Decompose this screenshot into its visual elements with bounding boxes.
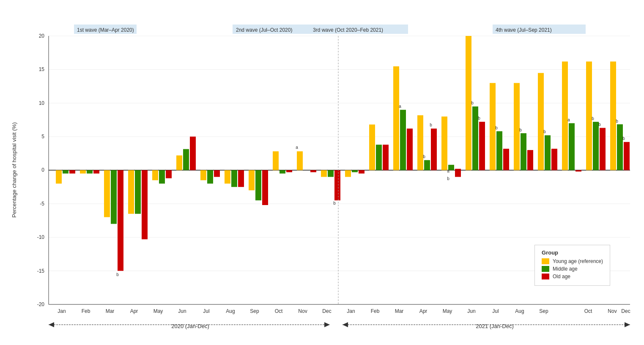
bar-2021-apr-old [431, 129, 437, 170]
xlabel-2020-dec: Dec [322, 308, 331, 314]
bar-2021-mar-old [407, 129, 413, 170]
legend-label-young: Young age (reference) [553, 258, 603, 264]
ann-2021-jun-old: b [478, 116, 480, 120]
xlabel-2020-jun: Jun [178, 308, 186, 314]
y-tick-n15: -15 [37, 268, 45, 274]
legend: Group Young age (reference) Middle age O… [534, 245, 610, 286]
bar-2020-jul-young [200, 170, 206, 181]
bar-2021-jul-old [503, 149, 509, 170]
xlabel-2021-nov: Nov [608, 308, 617, 314]
bar-2020-oct-middle [280, 170, 285, 174]
bar-2020-may-young [152, 170, 158, 181]
bar-2020-apr-young [128, 170, 134, 214]
xlabel-2020-may: May [153, 308, 163, 314]
bar-2020-mar-young [104, 170, 110, 217]
y-tick-0: 0 [41, 167, 44, 173]
ann-2021-mar-middle: a [399, 104, 401, 109]
bar-2020-jun-middle [183, 149, 189, 170]
arrow-2021-left [343, 322, 348, 327]
legend-title: Group [542, 249, 603, 256]
ann-2021-nov-old: b [598, 122, 601, 127]
bar-2020-jan-old [69, 170, 75, 174]
xlabel-2021-jun: Jun [467, 308, 475, 314]
bar-2020-feb-old [93, 170, 99, 174]
xlabel-2021-may: May [443, 308, 452, 314]
y-tick-5: 5 [41, 134, 44, 140]
year-label-2020: 2020 (Jan-Dec) [171, 323, 209, 329]
bar-2021-feb-old [383, 145, 389, 170]
bar-2020-apr-old [142, 170, 148, 240]
bar-2021-jan-young [345, 170, 351, 177]
bar-2020-feb-middle [87, 170, 93, 174]
legend-label-middle: Middle age [553, 266, 578, 272]
y-tick-15: 15 [39, 66, 45, 72]
bar-2021-sep-young [538, 73, 544, 170]
y-tick-n10: -10 [37, 234, 45, 240]
bar-2020-nov-young [297, 151, 303, 170]
arrow-2021-right [625, 322, 630, 327]
bar-2020-may-old [166, 170, 172, 178]
wave3-label: 3rd wave (Oct 2020–Feb 2021) [313, 27, 383, 33]
xlabel-2020-sep: Sep [250, 308, 259, 314]
legend-color-old [542, 274, 549, 279]
legend-color-middle [542, 266, 549, 272]
ann-2021-nov-middle: b [592, 116, 594, 121]
wave1-label: 1st wave (Mar–Apr 2020) [77, 27, 134, 33]
ann-2021-may-old: b [447, 176, 449, 181]
xlabel-2021-sep: Sep [539, 308, 548, 314]
bar-2021-aug-middle [521, 133, 526, 170]
bar-2021-jul-middle [496, 131, 502, 170]
bar-2021-aug-young [514, 83, 520, 170]
ann-2020-nov-young: a [296, 145, 298, 150]
bar-2021-dec-middle [617, 124, 623, 170]
bar-2020-sep-young [249, 170, 255, 191]
ann-2021-jul-middle: b [495, 126, 498, 130]
bar-2020-aug-young [225, 170, 230, 184]
xlabel-2021-apr: Apr [419, 308, 428, 314]
legend-item-middle: Middle age [542, 266, 603, 272]
legend-item-old: Old age [542, 274, 603, 279]
chart-inner: 1st wave (Mar–Apr 2020) 2nd wave (Jul–Oc… [8, 8, 636, 337]
bar-2021-apr-middle [424, 160, 430, 170]
bar-2020-may-middle [159, 170, 165, 184]
xlabel-2020-apr: Apr [130, 308, 138, 314]
bar-2020-sep-old [262, 170, 268, 205]
bar-2020-jun-old [190, 137, 196, 170]
legend-color-young [542, 258, 549, 264]
bar-2020-sep-middle [255, 170, 261, 200]
ann-2021-oct-middle: a [567, 118, 570, 122]
bar-2020-aug-middle [231, 170, 237, 187]
y-tick-20: 20 [39, 33, 45, 39]
arrow-2020-left [49, 322, 54, 327]
bar-2020-dec-old [334, 170, 340, 200]
bar-2021-sep-old [551, 149, 557, 170]
bar-2021-jul-young [490, 83, 496, 170]
bar-2020-nov-old [310, 170, 316, 172]
ann-2020-dec-old: b [333, 201, 336, 205]
bar-2020-jan-young [56, 170, 62, 184]
xlabel-2021-feb: Feb [371, 308, 380, 314]
xlabel-2020-oct: Oct [275, 308, 283, 314]
xlabel-2020-aug: Aug [226, 308, 235, 314]
wave2-label: 2nd wave (Jul–Oct 2020) [236, 27, 292, 33]
bar-2021-dec-young [610, 62, 616, 170]
bar-2020-dec-young [321, 170, 327, 177]
legend-item-young: Young age (reference) [542, 258, 603, 264]
bar-2021-may-old-neg [455, 170, 461, 177]
xlabel-2021-jul: Jul [492, 308, 499, 314]
chart-container: 1st wave (Mar–Apr 2020) 2nd wave (Jul–Oc… [0, 0, 644, 345]
bar-2021-oct-middle [569, 123, 575, 170]
bar-2021-nov-young [586, 62, 592, 170]
y-tick-n20: -20 [37, 301, 45, 307]
xlabel-2021-jan: Jan [347, 308, 355, 314]
y-axis-label: Percentage change of hospital visit (%) [11, 122, 17, 217]
xlabel-2020-mar: Mar [106, 308, 115, 314]
ann-2021-apr-middle: b [423, 154, 425, 159]
xlabel-2021-mar: Mar [395, 308, 404, 314]
bar-2021-may-old [455, 169, 461, 170]
xlabel-2020-nov: Nov [298, 308, 307, 314]
wave4-label: 4th wave (Jul–Sep 2021) [496, 27, 552, 33]
ann-2021-aug-middle: b [519, 128, 522, 132]
y-tick-n5: -5 [40, 201, 44, 207]
legend-label-old: Old age [553, 274, 570, 279]
